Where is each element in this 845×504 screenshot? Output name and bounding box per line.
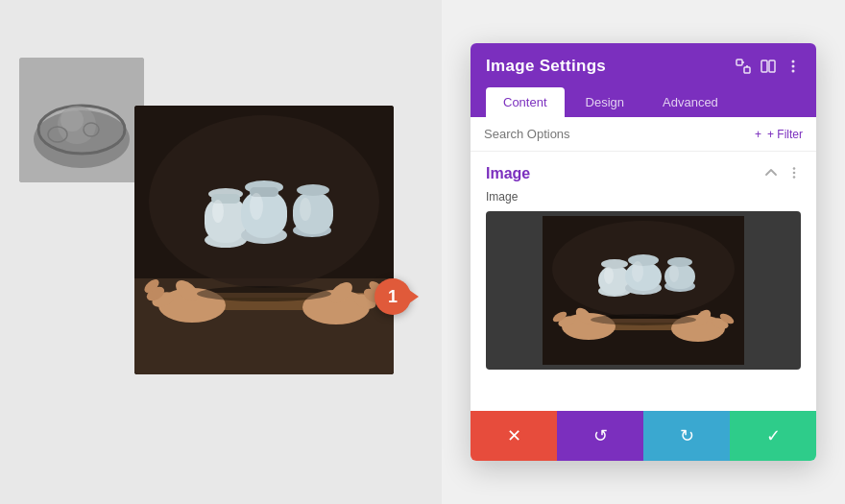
collapse-icon[interactable] <box>764 166 778 182</box>
undo-button[interactable]: ↺ <box>557 411 643 461</box>
panel-footer: ✕ ↺ ↻ ✓ <box>471 411 816 461</box>
svg-point-62 <box>669 265 679 282</box>
svg-point-44 <box>792 65 795 68</box>
section-title: Image <box>486 165 530 182</box>
background-area <box>0 0 442 504</box>
svg-rect-37 <box>736 60 742 65</box>
panel-title: Image Settings <box>486 57 606 76</box>
section-header: Image <box>471 152 816 190</box>
filter-button[interactable]: + + Filter <box>755 128 803 141</box>
svg-point-73 <box>591 314 696 325</box>
image-upload-area[interactable] <box>486 211 801 370</box>
tab-advanced[interactable]: Advanced <box>645 87 736 117</box>
badge-arrow <box>409 290 419 303</box>
cancel-icon: ✕ <box>507 425 521 446</box>
cancel-button[interactable]: ✕ <box>471 411 557 461</box>
svg-point-23 <box>300 198 311 221</box>
svg-rect-56 <box>625 262 662 291</box>
search-row: + + Filter <box>471 117 816 152</box>
undo-icon: ↺ <box>593 425 608 446</box>
step-badge: 1 <box>374 278 411 315</box>
svg-point-53 <box>601 259 628 269</box>
columns-icon[interactable] <box>760 59 776 74</box>
image-section: Image <box>471 190 816 385</box>
pottery-main-image <box>134 106 394 374</box>
svg-rect-60 <box>664 264 695 289</box>
image-settings-panel: Image Settings <box>471 43 816 461</box>
panel-body: + + Filter Image <box>471 117 816 411</box>
panel-header: Image Settings <box>471 43 816 117</box>
svg-point-57 <box>628 254 659 266</box>
svg-point-45 <box>792 70 795 73</box>
tab-design[interactable]: Design <box>568 87 641 117</box>
svg-point-61 <box>667 257 692 267</box>
save-icon: ✓ <box>766 425 781 446</box>
panel-tabs: Content Design Advanced <box>486 87 801 117</box>
save-button[interactable]: ✓ <box>730 411 816 461</box>
filter-plus-icon: + <box>755 128 761 141</box>
tab-content[interactable]: Content <box>486 87 565 117</box>
svg-rect-21 <box>293 192 333 234</box>
svg-point-43 <box>792 60 795 63</box>
more-icon[interactable] <box>785 59 801 74</box>
svg-point-36 <box>197 286 331 301</box>
svg-point-22 <box>297 184 329 196</box>
svg-rect-42 <box>769 60 775 72</box>
section-more-icon[interactable] <box>787 166 801 182</box>
image-field-label: Image <box>486 190 801 204</box>
svg-rect-11 <box>205 197 247 243</box>
svg-point-14 <box>212 200 224 223</box>
svg-point-19 <box>250 193 263 220</box>
section-actions <box>764 166 801 182</box>
svg-rect-41 <box>761 60 767 72</box>
svg-rect-38 <box>744 67 750 73</box>
header-icons <box>736 59 801 74</box>
redo-icon: ↻ <box>680 425 694 446</box>
svg-point-46 <box>793 167 796 170</box>
search-input[interactable] <box>484 127 747 141</box>
redo-button[interactable]: ↻ <box>643 411 730 461</box>
svg-point-48 <box>793 176 796 179</box>
svg-point-58 <box>632 261 643 282</box>
svg-rect-16 <box>241 190 287 238</box>
expand-icon[interactable] <box>736 59 751 74</box>
svg-point-47 <box>793 171 796 174</box>
svg-point-54 <box>604 267 614 284</box>
bowl-image <box>19 58 144 182</box>
panel-title-row: Image Settings <box>486 57 801 76</box>
